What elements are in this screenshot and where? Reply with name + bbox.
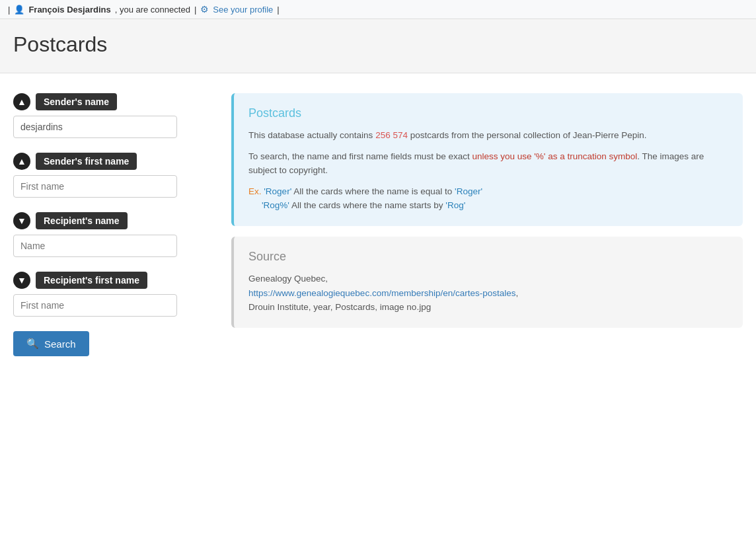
separator2: | bbox=[277, 5, 279, 15]
sender-firstname-input[interactable] bbox=[13, 175, 177, 198]
recipient-firstname-group: ▼ Recipient's first name bbox=[13, 272, 205, 317]
profile-link[interactable]: See your profile bbox=[213, 5, 273, 15]
recipient-name-group: ▼ Recipient's name bbox=[13, 212, 205, 257]
source-url: https://www.genealogiequebec.com/members… bbox=[248, 288, 515, 298]
sender-name-label: Sender's name bbox=[36, 93, 117, 110]
postcards-info-card: Postcards This database actually contain… bbox=[231, 93, 743, 226]
recipient-firstname-input[interactable] bbox=[13, 294, 177, 317]
page-title: Postcards bbox=[13, 32, 743, 57]
sender-name-label-row: ▲ Sender's name bbox=[13, 93, 205, 110]
connected-text: , you are connected bbox=[115, 5, 190, 15]
sender-name-group: ▲ Sender's name bbox=[13, 93, 205, 138]
gear-icon: ⚙ bbox=[200, 4, 209, 15]
source-card-title: Source bbox=[248, 250, 728, 264]
sender-name-input[interactable] bbox=[13, 116, 177, 138]
postcards-description-p2: To search, the name and first name field… bbox=[248, 149, 728, 178]
sender-firstname-label-row: ▲ Sender's first name bbox=[13, 153, 205, 170]
main-content: ▲ Sender's name ▲ Sender's first name ▼ … bbox=[0, 87, 756, 363]
search-button-label: Search bbox=[44, 338, 76, 350]
search-button-icon: 🔍 bbox=[26, 338, 39, 350]
username: François Desjardins bbox=[28, 5, 110, 15]
recipient-name-label-row: ▼ Recipient's name bbox=[13, 212, 205, 229]
form-panel: ▲ Sender's name ▲ Sender's first name ▼ … bbox=[13, 93, 205, 356]
sender-name-up-arrow-icon: ▲ bbox=[13, 93, 30, 110]
recipient-firstname-label-row: ▼ Recipient's first name bbox=[13, 272, 205, 289]
sender-firstname-label: Sender's first name bbox=[36, 153, 137, 170]
user-icon: 👤 bbox=[14, 5, 24, 15]
recipient-name-label: Recipient's name bbox=[36, 212, 128, 229]
recipient-name-input[interactable] bbox=[13, 235, 177, 257]
recipient-firstname-down-arrow-icon: ▼ bbox=[13, 272, 30, 289]
source-description: Genealogy Quebec, https://www.genealogie… bbox=[248, 272, 728, 315]
info-panel: Postcards This database actually contain… bbox=[231, 93, 743, 328]
separator1: | bbox=[194, 5, 196, 15]
search-button[interactable]: 🔍 Search bbox=[13, 331, 89, 356]
separator-left: | bbox=[8, 5, 10, 15]
recipient-firstname-label: Recipient's first name bbox=[36, 272, 147, 289]
source-info-card: Source Genealogy Quebec, https://www.gen… bbox=[231, 237, 743, 328]
postcards-description-p1: This database actually contains 256 574 … bbox=[248, 128, 728, 143]
postcards-card-title: Postcards bbox=[248, 106, 728, 120]
sender-firstname-up-arrow-icon: ▲ bbox=[13, 153, 30, 170]
page-header: Postcards bbox=[0, 19, 756, 73]
recipient-name-down-arrow-icon: ▼ bbox=[13, 212, 30, 229]
postcards-count: 256 574 bbox=[375, 130, 408, 140]
sender-firstname-group: ▲ Sender's first name bbox=[13, 153, 205, 198]
topbar: | 👤 François Desjardins , you are connec… bbox=[0, 0, 756, 19]
postcards-examples: Ex. 'Roger' All the cards where the name… bbox=[248, 184, 728, 213]
